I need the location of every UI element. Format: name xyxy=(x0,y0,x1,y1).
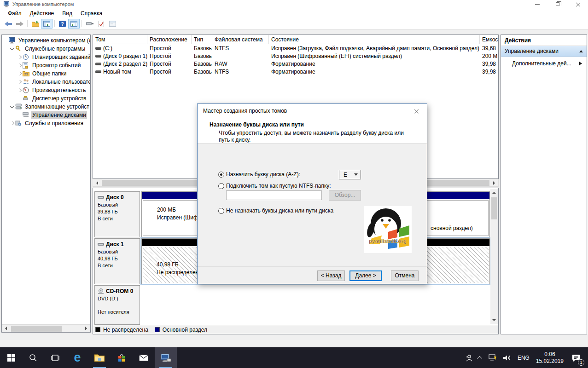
action-center-button[interactable]: 1 xyxy=(567,347,585,368)
radio-no-letter[interactable] xyxy=(218,208,224,214)
chevron-right-icon[interactable] xyxy=(9,121,15,126)
tree-item-event-viewer[interactable]: Просмотр событий xyxy=(2,61,90,69)
actions-group-disk-management[interactable]: Управление дисками xyxy=(501,46,587,57)
tree-item-disk-management[interactable]: Управление дисками xyxy=(2,111,90,119)
radio-assign-letter[interactable] xyxy=(218,172,224,178)
properties-button[interactable] xyxy=(95,19,107,29)
folder-icon xyxy=(32,21,39,27)
menu-action[interactable]: Действие xyxy=(26,9,58,18)
chevron-down-icon xyxy=(354,173,358,178)
next-button[interactable]: Далее > xyxy=(349,270,382,281)
table-row[interactable]: Новый том Простой Базовый NTFS Форматиро… xyxy=(93,68,498,75)
scroll-right-button[interactable] xyxy=(490,179,498,187)
tray-network-button[interactable] xyxy=(485,347,500,368)
column-header-filesystem[interactable]: Файловая система xyxy=(212,35,269,44)
scrollbar-thumb[interactable] xyxy=(11,326,62,332)
search-button[interactable] xyxy=(22,347,44,368)
dialog-close-button[interactable] xyxy=(406,104,427,118)
tree-label: Просмотр событий xyxy=(31,62,82,69)
chevron-right-icon[interactable] xyxy=(17,79,22,85)
cdrom-label-box[interactable]: CD-ROM 0 DVD (D:) Нет носителя xyxy=(94,285,140,325)
taskbar-explorer-button[interactable] xyxy=(88,347,111,368)
export-list-button[interactable] xyxy=(29,19,41,29)
collapse-icon[interactable] xyxy=(579,48,583,52)
radio-no-letter-label[interactable]: Не назначать буквы диска или пути диска xyxy=(226,207,333,214)
chevron-right-icon[interactable] xyxy=(17,71,22,76)
disk-view-vertical-scrollbar[interactable] xyxy=(490,189,498,324)
scroll-right-button[interactable] xyxy=(82,325,90,333)
arrow-left-icon xyxy=(3,327,7,330)
tree-item-shared-folders[interactable]: 23 Общие папки xyxy=(2,69,90,78)
column-header-layout[interactable]: Расположение xyxy=(147,35,192,44)
scroll-down-button[interactable] xyxy=(490,316,498,324)
volume-icon xyxy=(95,70,101,73)
help-button[interactable]: ? xyxy=(57,19,68,29)
drive-letter-dropdown[interactable]: E xyxy=(339,170,361,179)
menu-help[interactable]: Справка xyxy=(76,9,106,18)
forward-button[interactable] xyxy=(14,19,25,29)
folder-path-input[interactable] xyxy=(226,190,322,200)
close-button[interactable] xyxy=(568,0,588,8)
radio-mount-folder[interactable] xyxy=(218,183,224,189)
minimize-button[interactable] xyxy=(527,0,547,8)
column-header-volume[interactable]: Том xyxy=(93,35,147,44)
menu-view[interactable]: Вид xyxy=(58,9,76,18)
tree-item-computer-management[interactable]: Управление компьютером (л xyxy=(2,36,90,45)
tree-item-device-manager[interactable]: Диспетчер устройств xyxy=(2,94,90,103)
tree-item-local-users[interactable]: Локальные пользовате xyxy=(2,78,90,86)
show-action-pane-button[interactable] xyxy=(68,19,80,29)
tray-overflow-button[interactable] xyxy=(475,347,485,368)
chevron-right-icon[interactable] xyxy=(17,87,22,93)
scroll-left-button[interactable] xyxy=(2,325,10,333)
disk-size: 39,88 ГБ xyxy=(98,208,138,215)
tree-item-system-tools[interactable]: Служебные программы xyxy=(2,45,90,53)
disk1-label-box[interactable]: Диск 1 Базовый 40,98 ГБ В сети xyxy=(94,238,140,284)
spacer xyxy=(17,112,22,118)
tree-item-task-scheduler[interactable]: Планировщик заданий xyxy=(2,53,90,61)
radio-assign-letter-label[interactable]: Назначить букву диска (A-Z): xyxy=(226,171,300,178)
tree-horizontal-scrollbar[interactable] xyxy=(2,324,90,332)
column-header-type[interactable]: Тип xyxy=(192,35,212,44)
taskbar-mail-button[interactable] xyxy=(133,347,155,368)
tray-people-button[interactable] xyxy=(461,347,475,368)
scroll-left-button[interactable] xyxy=(93,179,101,187)
disk0-label-box[interactable]: Диск 0 Базовый 39,88 ГБ В сети xyxy=(94,191,140,237)
column-header-capacity[interactable]: Емкос xyxy=(480,35,498,44)
column-header-status[interactable]: Состояние xyxy=(269,35,480,44)
toolbar-separator xyxy=(27,20,28,27)
scrollbar-thumb[interactable] xyxy=(491,197,497,219)
chevron-right-icon[interactable] xyxy=(17,63,22,68)
tree-item-storage[interactable]: Запоминающие устройст xyxy=(2,103,90,111)
task-view-button[interactable] xyxy=(44,347,66,368)
cell-layout: Простой xyxy=(147,69,192,75)
radio-mount-folder-label[interactable]: Подключить том как пустую NTFS-папку: xyxy=(226,183,331,189)
cancel-button[interactable]: Отмена xyxy=(391,270,419,281)
computer-management-icon xyxy=(161,354,171,362)
start-button[interactable] xyxy=(0,347,22,368)
tree-item-services-apps[interactable]: Службы и приложения xyxy=(2,119,90,127)
chevron-down-icon[interactable] xyxy=(9,104,15,109)
browse-button[interactable]: Обзор... xyxy=(329,190,361,201)
taskbar-computer-management-button[interactable] xyxy=(155,347,177,368)
taskbar-edge-button[interactable]: e xyxy=(66,347,88,368)
tray-clock[interactable]: 0:06 15.02.2019 xyxy=(533,347,567,368)
chevron-right-icon[interactable] xyxy=(17,54,22,60)
tray-volume-button[interactable] xyxy=(500,347,514,368)
restore-button[interactable] xyxy=(547,0,568,8)
back-button[interactable] xyxy=(2,19,14,29)
show-console-tree-button[interactable] xyxy=(41,19,52,29)
console-button[interactable] xyxy=(84,19,95,29)
window-button[interactable] xyxy=(107,19,118,29)
table-row[interactable]: (C:) Простой Базовый NTFS Исправен (Загр… xyxy=(93,44,498,52)
back-button[interactable]: < Назад xyxy=(317,270,345,281)
tray-language-indicator[interactable]: ENG xyxy=(514,347,533,368)
table-row[interactable]: (Диск 0 раздел 1) Простой Базовый Исправ… xyxy=(93,52,498,60)
menu-file[interactable]: Файл xyxy=(4,9,26,18)
table-row[interactable]: (Диск 2 раздел 2) Простой Базовый RAW Фо… xyxy=(93,60,498,68)
taskbar-store-button[interactable] xyxy=(111,347,133,368)
actions-item-more-actions[interactable]: Дополнительные дей... xyxy=(501,57,587,70)
chevron-down-icon[interactable] xyxy=(9,46,15,52)
scroll-up-button[interactable] xyxy=(490,189,498,196)
tree-item-performance[interactable]: Производительность xyxy=(2,86,90,94)
disk-type: Базовый xyxy=(98,248,138,255)
